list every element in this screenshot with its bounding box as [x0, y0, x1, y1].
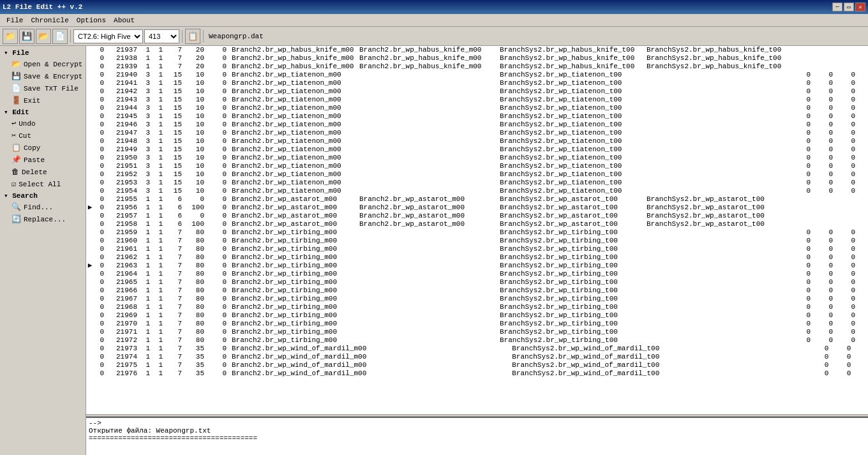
table-cell: 21972	[107, 336, 140, 345]
table-row[interactable]: 021960117800Branch2.br_wp_tirbing_m00Bra…	[86, 237, 868, 245]
table-row[interactable]: 0219433115100Branch2.br_wp_tiatenon_m00B…	[86, 96, 868, 104]
table-row[interactable]: 021937117200Branch2.br_wp_habus_knife_m0…	[86, 46, 868, 54]
table-row[interactable]: 0219443115100Branch2.br_wp_tiatenon_m00B…	[86, 104, 868, 112]
filename-label: Weapongrp.dat	[209, 33, 264, 40]
table-row[interactable]: 021938117200Branch2.br_wp_habus_knife_m0…	[86, 54, 868, 63]
table-row[interactable]: 021975117350Branch2.br_wp_wind_of_mardil…	[86, 361, 868, 369]
menu-options[interactable]: Options	[73, 15, 110, 26]
table-cell: 21951	[107, 162, 140, 170]
save-button[interactable]: 💾	[19, 29, 34, 44]
table-row[interactable]: 0219543115100Branch2.br_wp_tiatenon_m00B…	[86, 187, 868, 195]
open-folder-button[interactable]: 📁	[3, 29, 18, 44]
table-row[interactable]: 0219463115100Branch2.br_wp_tiatenon_m00B…	[86, 121, 868, 129]
table-row[interactable]: 0219483115100Branch2.br_wp_tiatenon_m00B…	[86, 137, 868, 145]
sidebar-item-exit[interactable]: 🚪 Exit	[1, 94, 84, 107]
table-row[interactable]: 021959117800Branch2.br_wp_tirbing_m00Bra…	[86, 228, 868, 237]
table-cell: 21962	[107, 253, 140, 262]
table-row[interactable]: 021967117800Branch2.br_wp_tirbing_m00Bra…	[86, 295, 868, 303]
table-row[interactable]: 021969117800Branch2.br_wp_tirbing_m00Bra…	[86, 311, 868, 320]
table-row[interactable]: 0219581161000Branch2.br_wp_astarot_m00Br…	[86, 220, 868, 228]
close-button[interactable]: ✕	[855, 3, 865, 11]
sidebar-section-file[interactable]: ▾ File	[1, 47, 84, 58]
table-cell: 0	[94, 353, 107, 361]
table-row[interactable]: 0219453115100Branch2.br_wp_tiatenon_m00B…	[86, 112, 868, 121]
table-cell	[357, 112, 497, 121]
sidebar-item-open-decrypt[interactable]: 📂 Open & Decrypt	[1, 58, 84, 70]
table-cell: 15	[165, 129, 184, 137]
table-cell	[835, 63, 858, 71]
table-row[interactable]: 021962117800Branch2.br_wp_tirbing_m00Bra…	[86, 253, 868, 262]
table-row[interactable]: 0219423115100Branch2.br_wp_tiatenon_m00B…	[86, 87, 868, 96]
table-row[interactable]: 02195711600Branch2.br_wp_astarot_m00Bran…	[86, 212, 868, 220]
browse-button[interactable]: 📋	[185, 29, 200, 44]
table-cell: 7	[165, 270, 184, 278]
record-dropdown[interactable]: 413	[144, 29, 179, 43]
table-row[interactable]: 021976117350Branch2.br_wp_wind_of_mardil…	[86, 369, 868, 378]
table-cell: 21975	[107, 361, 140, 369]
table-row[interactable]: 0219523115100Branch2.br_wp_tiatenon_m00B…	[86, 170, 868, 179]
table-cell: 10	[184, 129, 207, 137]
table-row[interactable]: 02195511600Branch2.br_wp_astarot_m00Bran…	[86, 195, 868, 204]
sidebar-section-edit[interactable]: ▾ Edit	[1, 107, 84, 117]
minimize-button[interactable]: ─	[832, 3, 842, 11]
table-row[interactable]: 021965117800Branch2.br_wp_tirbing_m00Bra…	[86, 278, 868, 287]
table-row[interactable]: 021966117800Branch2.br_wp_tirbing_m00Bra…	[86, 287, 868, 295]
sidebar-item-undo[interactable]: ↩ Undo	[1, 117, 84, 130]
sidebar-item-cut[interactable]: ✂ Cut	[1, 130, 84, 142]
table-row[interactable]: 0219473115100Branch2.br_wp_tiatenon_m00B…	[86, 129, 868, 137]
sidebar-item-select-all[interactable]: ☑ Select All	[1, 178, 84, 190]
table-cell	[662, 361, 809, 369]
table-row[interactable]: 021971117800Branch2.br_wp_tirbing_m00Bra…	[86, 328, 868, 336]
table-row[interactable]: ▶021963117800Branch2.br_wp_tirbing_m00Br…	[86, 262, 868, 270]
table-cell: 80	[184, 278, 207, 287]
sidebar-item-copy[interactable]: 📋 Copy	[1, 142, 84, 154]
table-cell: 1	[153, 170, 165, 179]
table-row[interactable]: 0219493115100Branch2.br_wp_tiatenon_m00B…	[86, 145, 868, 154]
table-row[interactable]: 0219513115100Branch2.br_wp_tiatenon_m00B…	[86, 162, 868, 170]
title-bar: L2 File Edit ++ v.2 ─ ▭ ✕	[0, 0, 868, 14]
table-cell: 1	[140, 237, 153, 245]
table-cell: 0	[94, 287, 107, 295]
sidebar-item-find[interactable]: 🔍 Find...	[1, 201, 84, 213]
chronicle-dropdown[interactable]: CT2.6: High Five	[73, 29, 143, 43]
table-cell: 15	[165, 79, 184, 87]
menu-about[interactable]: About	[110, 15, 138, 26]
table-cell: Branch2.br_wp_tirbing_m00	[229, 303, 357, 311]
table-cell: 1	[153, 145, 165, 154]
menu-file[interactable]: File	[3, 15, 27, 26]
table-cell: 0	[791, 228, 813, 237]
table-row[interactable]: 021939117200Branch2.br_wp_habus_knife_m0…	[86, 63, 868, 71]
row-indicator	[86, 253, 94, 262]
sidebar-item-delete[interactable]: 🗑 Delete	[1, 166, 84, 178]
table-cell: 0	[94, 212, 107, 220]
table-cell: 0	[831, 353, 853, 361]
data-grid-container[interactable]: 021937117200Branch2.br_wp_habus_knife_m0…	[86, 46, 868, 414]
table-row[interactable]: 021961117800Branch2.br_wp_tirbing_m00Bra…	[86, 245, 868, 253]
table-cell: 0	[809, 369, 831, 378]
restore-button[interactable]: ▭	[844, 3, 854, 11]
table-row[interactable]: 021970117800Branch2.br_wp_tirbing_m00Bra…	[86, 320, 868, 328]
table-row[interactable]: 021973117350Branch2.br_wp_wind_of_mardil…	[86, 345, 868, 353]
sidebar-item-replace[interactable]: 🔄 Replace...	[1, 213, 84, 225]
table-row[interactable]: 0219403115100Branch2.br_wp_tiatenon_m00B…	[86, 71, 868, 79]
sidebar-item-save-encrypt[interactable]: 💾 Save & Encrypt	[1, 70, 84, 82]
table-row[interactable]: 021972117800Branch2.br_wp_tirbing_m00Bra…	[86, 336, 868, 345]
table-cell: 0	[207, 187, 229, 195]
table-cell: 0	[813, 311, 835, 320]
table-row[interactable]: ▶0219561161000Branch2.br_wp_astarot_m00B…	[86, 204, 868, 212]
table-cell: 1	[153, 63, 165, 71]
sidebar-item-save-txt[interactable]: 📄 Save TXT File	[1, 82, 84, 94]
table-row[interactable]: 0219533115100Branch2.br_wp_tiatenon_m00B…	[86, 179, 868, 187]
sidebar-section-search[interactable]: ▾ Search	[1, 190, 84, 201]
table-row[interactable]: 021974117350Branch2.br_wp_wind_of_mardil…	[86, 353, 868, 361]
table-row[interactable]: 0219503115100Branch2.br_wp_tiatenon_m00B…	[86, 154, 868, 162]
table-row[interactable]: 021968117800Branch2.br_wp_tirbing_m00Bra…	[86, 303, 868, 311]
table-row[interactable]: 0219413115100Branch2.br_wp_tiatenon_m00B…	[86, 79, 868, 87]
table-cell: BranchSys2.br_wp_tirbing_t00	[497, 311, 644, 320]
table-row[interactable]: 021964117800Branch2.br_wp_tirbing_m00Bra…	[86, 270, 868, 278]
table-cell: 1	[153, 295, 165, 303]
menu-chronicle[interactable]: Chronicle	[27, 15, 72, 26]
open-file-button[interactable]: 📂	[36, 29, 51, 44]
save-txt-button[interactable]: 📄	[52, 29, 68, 44]
sidebar-item-paste[interactable]: 📌 Paste	[1, 154, 84, 166]
